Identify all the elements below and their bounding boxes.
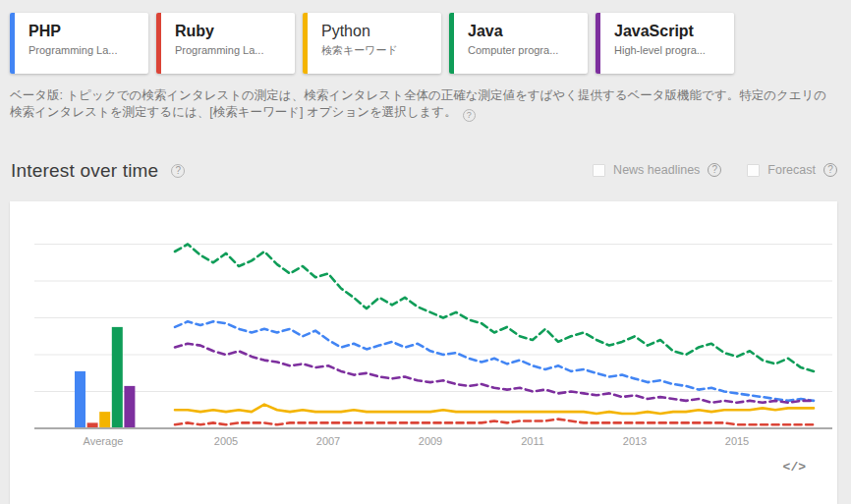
term-title: Java <box>468 22 558 41</box>
forecast-label: Forecast <box>767 163 816 177</box>
beta-help-icon[interactable]: ? <box>463 109 476 122</box>
chart-controls: News headlines ? Forecast ? <box>593 163 837 177</box>
section-help-icon[interactable]: ? <box>171 164 185 178</box>
term-card-php[interactable]: PHPProgramming La... <box>10 13 148 74</box>
term-subtitle: High-level progra... <box>614 43 706 58</box>
average-bar-python[interactable] <box>99 412 110 428</box>
average-bar-javascript[interactable] <box>124 386 135 428</box>
term-card-javascript[interactable]: JavaScriptHigh-level progra... <box>596 13 734 74</box>
term-card-body: Python検索キーワード <box>308 13 398 74</box>
average-bar-java[interactable] <box>112 327 123 428</box>
term-card-body: JavaScriptHigh-level progra... <box>600 13 706 74</box>
term-subtitle: Programming La... <box>175 43 263 58</box>
term-subtitle: Programming La... <box>28 43 117 58</box>
x-axis-label-average: Average <box>84 435 124 447</box>
interest-over-time-chart[interactable] <box>10 221 837 432</box>
term-card-body: PHPProgramming La... <box>15 13 117 74</box>
x-axis-label-2005: 2005 <box>214 435 238 447</box>
term-card-ruby[interactable]: RubyProgramming La... <box>156 13 295 74</box>
comparison-cards-row: PHPProgramming La...RubyProgramming La..… <box>10 13 734 74</box>
term-title: JavaScript <box>614 22 706 41</box>
news-headlines-help-icon[interactable]: ? <box>708 163 721 177</box>
x-axis-labels: Average200520072009201120132015 <box>10 435 837 449</box>
x-axis-label-2015: 2015 <box>725 435 749 447</box>
x-axis-label-2007: 2007 <box>316 435 340 447</box>
news-headlines-control[interactable]: News headlines ? <box>593 163 721 177</box>
term-card-java[interactable]: JavaComputer progra... <box>449 13 588 74</box>
term-title: Ruby <box>175 22 263 41</box>
term-title: Python <box>321 22 398 41</box>
series-line-javascript[interactable] <box>175 344 814 403</box>
average-bar-php[interactable] <box>75 371 85 428</box>
forecast-control[interactable]: Forecast ? <box>747 163 837 177</box>
trends-page: PHPProgramming La...RubyProgramming La..… <box>0 0 851 504</box>
beta-notice-text: ベータ版: トピックでの検索インタレストの測定は、検索インタレスト全体の正確な測… <box>10 88 826 119</box>
embed-icon[interactable]: </> <box>783 460 806 475</box>
forecast-help-icon[interactable]: ? <box>823 163 837 177</box>
beta-notice: ベータ版: トピックでの検索インタレストの測定は、検索インタレスト全体の正確な測… <box>10 87 827 122</box>
x-axis-label-2013: 2013 <box>623 435 647 447</box>
series-line-ruby[interactable] <box>175 420 814 425</box>
section-header: Interest over time ? <box>11 160 185 182</box>
series-line-python[interactable] <box>175 405 814 414</box>
series-line-java[interactable] <box>175 245 814 371</box>
page-title: Interest over time <box>11 160 158 182</box>
x-axis-label-2011: 2011 <box>521 435 544 447</box>
news-headlines-checkbox[interactable] <box>593 164 605 177</box>
chart-card: Average200520072009201120132015 </> <box>10 201 837 504</box>
x-axis-label-2009: 2009 <box>419 435 442 447</box>
term-card-python[interactable]: Python検索キーワード <box>303 13 441 74</box>
term-card-body: JavaComputer progra... <box>454 13 558 74</box>
term-card-body: RubyProgramming La... <box>161 13 263 74</box>
term-subtitle: Computer progra... <box>468 43 558 58</box>
term-title: PHP <box>28 22 117 41</box>
forecast-checkbox[interactable] <box>747 164 760 177</box>
news-headlines-label: News headlines <box>613 163 700 177</box>
term-subtitle: 検索キーワード <box>321 43 398 58</box>
